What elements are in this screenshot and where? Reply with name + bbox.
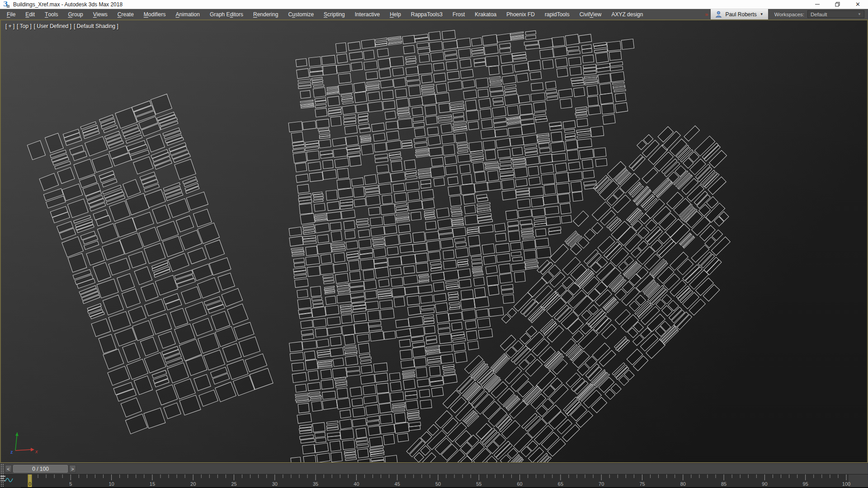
close-icon: ✕ (855, 1, 860, 7)
restore-icon (835, 2, 840, 7)
x-axis-arrow-icon (31, 448, 34, 451)
user-avatar-icon (715, 11, 722, 18)
user-name: Paul Roberts (725, 11, 756, 18)
ruler-frame-label: 65 (558, 481, 563, 487)
ruler-frame-label: 35 (313, 481, 318, 487)
workspaces-section: Workspaces: Default ▼ (768, 9, 868, 19)
menu-item-customize[interactable]: Customize (283, 9, 319, 19)
ruler-frame-label: 85 (721, 481, 726, 487)
previous-frame-button[interactable]: < (5, 465, 12, 473)
menu-item-rappatools3[interactable]: RappaTools3 (406, 9, 448, 19)
window-title: Buildings_Xref.max - Autodesk 3ds Max 20… (13, 1, 123, 8)
ruler-frame-label: 30 (272, 481, 278, 487)
menu-item-views[interactable]: Views (88, 9, 113, 19)
y-axis-arrow-icon (15, 432, 19, 436)
menu-item-group[interactable]: Group (63, 9, 88, 19)
ruler-frame-label: 40 (354, 481, 359, 487)
ruler-frame-label: 75 (639, 481, 645, 487)
viewport-pov-menu[interactable]: [ Top ] (17, 23, 31, 29)
ruler-frame-label: 95 (803, 481, 808, 487)
time-slider-row: < 0 / 100 > (0, 463, 868, 474)
ruler-frame-label: 15 (150, 481, 155, 487)
ruler-out-of-range (849, 474, 868, 487)
menu-item-phoenix-fd[interactable]: Phoenix FD (501, 9, 540, 19)
menu-item-axyz-design[interactable]: AXYZ design (606, 9, 648, 19)
viewport-top[interactable]: [ + ][ Top ][ User Defined ][ Default Sh… (0, 19, 868, 463)
minimize-button[interactable] (807, 0, 827, 9)
ruler-frame-label: 80 (680, 481, 686, 487)
z-axis-label: z (10, 449, 13, 455)
restore-button[interactable] (827, 0, 848, 9)
ruler-frame-label: 25 (231, 481, 236, 487)
ruler-frame-label: 60 (517, 481, 522, 487)
x-axis-line (15, 450, 31, 450)
viewport-user-menu[interactable]: [ User Defined ] (34, 23, 71, 29)
ruler-frame-label: 20 (190, 481, 196, 487)
menu-items: FileEditToolsGroupViewsCreateModifiersAn… (2, 9, 648, 19)
menu-item-civil-view[interactable]: Civil View (575, 9, 607, 19)
user-menu-caret-icon: ▼ (760, 12, 764, 16)
x-axis-label: x (35, 449, 38, 454)
world-axis-gizmo: x z (4, 428, 40, 456)
time-slider-handle[interactable]: 0 / 100 (13, 465, 68, 473)
workspaces-label: Workspaces: (774, 12, 804, 17)
menu-item-modifiers[interactable]: Modifiers (139, 9, 171, 19)
title-bar: 3 Buildings_Xref.max - Autodesk 3ds Max … (0, 0, 868, 9)
viewport-options-menu[interactable]: [ + ] (5, 23, 14, 29)
workspace-dropdown[interactable]: Default ▼ (807, 10, 864, 18)
ruler-frame-label: 0 (28, 481, 31, 487)
ruler-frame-label: 70 (599, 481, 604, 487)
menu-item-rendering[interactable]: Rendering (248, 9, 283, 19)
ruler-frame-label: 45 (395, 481, 400, 487)
menu-item-scripting[interactable]: Scripting (319, 9, 350, 19)
menu-item-help[interactable]: Help (385, 9, 406, 19)
ruler-frame-label: 55 (476, 481, 481, 487)
ruler-frame-label: 50 (435, 481, 441, 487)
minimize-icon (815, 4, 820, 5)
user-account-menu[interactable]: Paul Roberts ▼ (711, 9, 768, 19)
viewport-label: [ + ][ Top ][ User Defined ][ Default Sh… (5, 23, 118, 29)
window-controls: ✕ (807, 0, 868, 9)
menu-item-interactive[interactable]: Interactive (350, 9, 385, 19)
menu-item-rapidtools[interactable]: rapidTools (540, 9, 575, 19)
trackbar-gripper[interactable] (0, 463, 4, 487)
track-bar[interactable]: 0510152025303540455055606570758085909510… (0, 474, 868, 487)
ruler-frame-label: 100 (842, 481, 850, 487)
menu-item-graph-editors[interactable]: Graph Editors (205, 9, 248, 19)
time-ruler[interactable]: 0510152025303540455055606570758085909510… (0, 474, 868, 487)
menu-item-tools[interactable]: Tools (40, 9, 63, 19)
curve-wave-icon (5, 478, 13, 482)
viewport-canvas[interactable] (1, 20, 867, 462)
next-frame-button[interactable]: > (69, 465, 76, 473)
workspace-caret-icon: ▼ (858, 12, 861, 16)
menu-item-create[interactable]: Create (113, 9, 139, 19)
menu-item-frost[interactable]: Frost (448, 9, 470, 19)
menu-bar: FileEditToolsGroupViewsCreateModifiersAn… (0, 9, 868, 19)
ruler-frame-label: 10 (108, 481, 114, 487)
viewport-shading-menu[interactable]: [ Default Shading ] (74, 23, 118, 29)
ruler-frame-label: 90 (762, 481, 767, 487)
workspace-value: Default (811, 12, 827, 17)
close-button[interactable]: ✕ (848, 0, 868, 9)
menu-item-krakatoa[interactable]: Krakatoa (470, 9, 501, 19)
menu-item-animation[interactable]: Animation (171, 9, 205, 19)
menu-item-edit[interactable]: Edit (20, 9, 40, 19)
ruler-frame-label: 5 (69, 481, 72, 487)
3ds-max-app-icon: 3 (3, 1, 9, 8)
menu-overflow-chevron[interactable]: » (702, 9, 711, 19)
menu-item-file[interactable]: File (2, 9, 20, 19)
